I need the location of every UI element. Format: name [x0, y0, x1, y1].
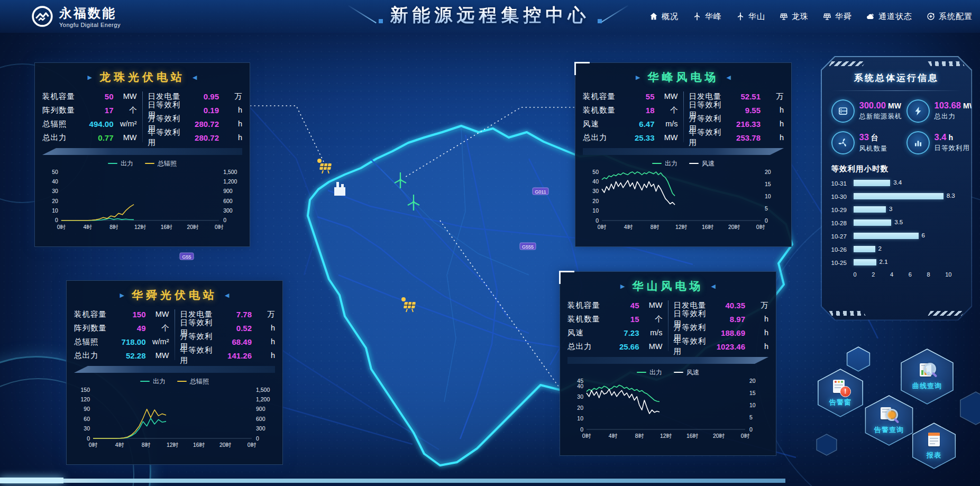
axis-tick: 20 [765, 169, 771, 175]
ribbon-divider [567, 357, 768, 364]
bar-category: 10-25 [831, 260, 854, 266]
stat-label: 年等效利用 [689, 127, 728, 148]
axis-tick: 4时 [83, 224, 92, 230]
stat-unit: h [761, 120, 784, 128]
nav-item-label: 华峰 [705, 12, 722, 22]
bar-fill [854, 233, 919, 239]
stat-unit: h [219, 133, 242, 142]
stat-value: 55 [622, 92, 655, 101]
axis-tick: 40 [577, 383, 583, 389]
axis-tick: 40 [592, 178, 599, 185]
legend-item[interactable]: 出力 [108, 159, 133, 168]
system-panel: 系统总体运行信息 300.00MW总新能源装机103.68MW总出力33台风机数… [821, 56, 972, 320]
solar-station-map-icon[interactable] [317, 159, 332, 173]
axis-tick: 12时 [134, 224, 146, 230]
stat-row: 年等效利用280.72h [148, 132, 243, 143]
nav-item-7[interactable]: 系统配置 [926, 12, 973, 22]
nav-item-4[interactable]: 龙珠 [779, 12, 809, 22]
stat-value: 18 [622, 106, 655, 115]
stat-unit: h [761, 106, 784, 114]
panel-title: ▶华峰风电场◀ [583, 69, 784, 85]
bar-axis-tick: 0 [854, 271, 857, 278]
report-icon [927, 432, 941, 449]
legend-swatch [689, 163, 699, 164]
axis-tick: 10 [52, 208, 58, 214]
stat-label: 装机容量 [74, 309, 113, 319]
panel-huashan-wind: ▶华山风电场◀ 装机容量45MW装机数量15个风速7.23m/s总出力25.66… [560, 271, 776, 456]
panel-longzhu-pv: ▶龙珠光伏电站◀ 装机容量50MW阵列数量17个总辐照494.00w/m²总出力… [34, 62, 250, 247]
nav-item-6[interactable]: 通道状态 [866, 12, 912, 22]
chart-legend: 出力总辐照 [74, 377, 275, 386]
bar-axis-tick: 6 [909, 271, 912, 278]
axis-tick: 0时 [89, 442, 98, 448]
stat-unit: h [745, 328, 768, 337]
stat-unit: MW [114, 92, 137, 100]
stat-value: 0.95 [186, 92, 219, 101]
line-chart: 15012090603001,5001,20090060030000时4时8时1… [74, 387, 276, 451]
system-stat: 300.00MW总新能源装机 [831, 99, 902, 123]
axis-tick: 30 [592, 188, 599, 194]
legend-item[interactable]: 总辐照 [177, 377, 209, 386]
bar-value: 3 [889, 206, 892, 212]
bar-row: 10-313.4 [831, 179, 962, 188]
axis-tick: 0时 [215, 224, 224, 230]
nav-item-3[interactable]: 华山 [736, 12, 765, 22]
solar-panel-icon [779, 12, 789, 21]
stat-label: 装机容量 [567, 300, 607, 310]
axis-tick: 50 [52, 169, 58, 175]
nav-item-1[interactable]: 概况 [649, 12, 679, 22]
stat-unit: MW [655, 92, 678, 100]
right-arrow-icon: ◀ [193, 74, 197, 81]
axis-tick: 4时 [609, 433, 618, 439]
hazard-stripes [928, 311, 964, 316]
axis-tick: 1,500 [256, 387, 270, 393]
stat-row: 装机容量55MW [583, 90, 678, 102]
legend-label: 总辐照 [158, 159, 177, 168]
stat-label: 装机容量 [583, 91, 622, 102]
panel-huashun-pv: ▶华舜光伏电站◀ 装机容量150MW阵列数量49个总辐照718.00w/m²总出… [66, 280, 283, 465]
stat-unit: h [219, 120, 242, 128]
series-line [602, 180, 675, 205]
bar-track: 2.1 [854, 259, 962, 266]
stat-value: 25.66 [607, 342, 639, 351]
stat-label: 总出力 [74, 351, 113, 361]
axis-tick: 20时 [713, 433, 725, 439]
fan-icon [831, 131, 855, 154]
nav-item-2[interactable]: 华峰 [692, 12, 722, 22]
bar-category: 10-31 [831, 180, 854, 187]
stat-row: 年等效利用1023.46h [674, 341, 769, 352]
nav-item-label: 龙珠 [792, 12, 809, 22]
bar-row: 10-293 [831, 206, 962, 214]
axis-tick: 16时 [193, 442, 205, 448]
axis-tick: 16时 [161, 224, 173, 230]
corner-bracket [574, 62, 590, 75]
axis-tick: 300 [256, 425, 265, 432]
stat-row: 总出力25.33MW [583, 132, 678, 143]
stat-unit: h [745, 315, 768, 323]
bar-value: 2 [878, 245, 882, 252]
bar-axis-tick: 8 [927, 271, 930, 278]
legend-item[interactable]: 出力 [140, 377, 166, 386]
legend-item[interactable]: 出力 [637, 368, 662, 377]
chart-legend: 出力总辐照 [42, 159, 242, 168]
bar-fill [854, 219, 892, 226]
legend-item[interactable]: 总辐照 [145, 159, 177, 168]
nav-item-5[interactable]: 华舜 [822, 12, 852, 22]
bar-chart: 10-313.410-308.310-29310-283.510-27610-2… [831, 179, 962, 267]
curve-query-icon [918, 363, 937, 380]
left-arrow-icon: ▶ [636, 74, 640, 81]
legend-swatch [140, 381, 150, 382]
legend-item[interactable]: 风速 [689, 159, 715, 168]
axis-tick: 60 [84, 416, 90, 422]
axis-tick: 150 [80, 387, 90, 393]
system-stat: 33台风机数量 [831, 131, 902, 154]
logo-icon [31, 5, 54, 28]
axis-tick: 8时 [109, 224, 118, 230]
stat-label: 阵列数量 [42, 105, 81, 115]
legend-item[interactable]: 风速 [674, 368, 699, 377]
system-stat-value: 300.00MW [859, 100, 902, 111]
bar-category: 10-28 [831, 220, 854, 226]
line-chart: 504030201001,5001,20090060030000时4时8时12时… [42, 169, 243, 233]
bar-fill [854, 193, 944, 199]
legend-item[interactable]: 出力 [652, 159, 677, 168]
